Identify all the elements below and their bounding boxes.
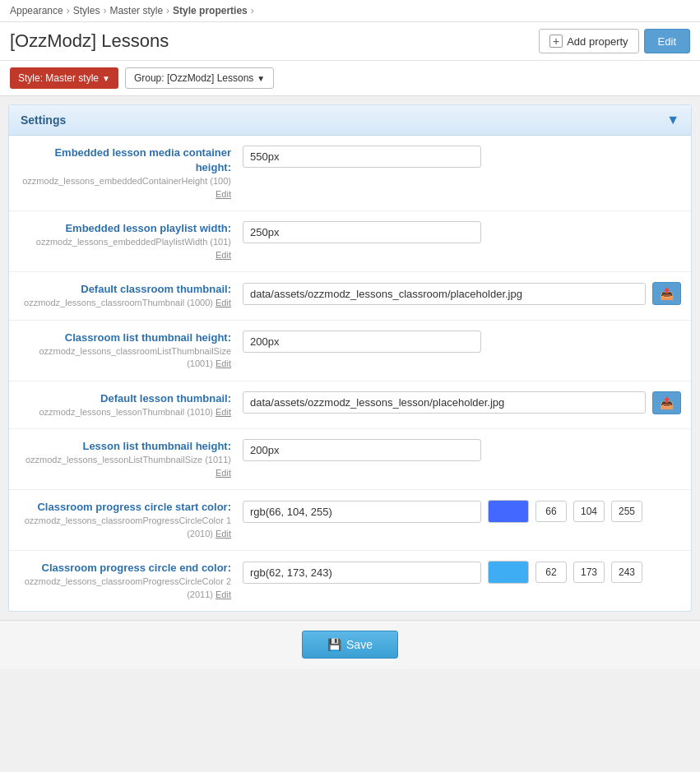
property-value-col — [243, 221, 679, 243]
add-property-button[interactable]: + Add property — [539, 29, 638, 53]
breadcrumb-appearance[interactable]: Appearance — [10, 5, 63, 16]
property-meta: ozzmodz_lessons_lessonThumbnail (1010) E… — [21, 406, 231, 418]
style-caret-icon: ▼ — [102, 74, 110, 83]
save-bar: 💾 Save — [0, 620, 700, 668]
property-file-input[interactable] — [243, 283, 646, 305]
property-label: Default lesson thumbnail: — [21, 391, 231, 406]
group-selector[interactable]: Group: [OzzModz] Lessons ▼ — [125, 67, 274, 89]
property-row: Classroom list thumbnail height:ozzmodz_… — [9, 321, 691, 381]
top-bar: Appearance › Styles › Master style › Sty… — [0, 0, 700, 22]
property-edit-link[interactable]: Edit — [216, 298, 231, 307]
property-label-col: Default classroom thumbnail:ozzmodz_less… — [21, 282, 243, 310]
settings-section: Settings ▼ Embedded lesson media contain… — [8, 104, 692, 612]
plus-icon: + — [549, 35, 563, 48]
property-label: Classroom progress circle start color: — [21, 500, 231, 515]
group-selector-label: Group: [OzzModz] Lessons — [134, 72, 253, 84]
property-row: Default lesson thumbnail:ozzmodz_lessons… — [9, 381, 691, 430]
page-title: [OzzModz] Lessons — [10, 30, 169, 52]
sep1: › — [67, 5, 70, 16]
color-blue-channel[interactable] — [611, 501, 642, 522]
property-label-col: Embedded lesson playlist width:ozzmodz_l… — [21, 221, 243, 261]
property-value-col — [243, 500, 679, 523]
property-value-col: 📤 — [243, 282, 681, 305]
property-row: Classroom progress circle end color:ozzm… — [9, 551, 691, 611]
settings-header: Settings ▼ — [9, 105, 691, 136]
save-button[interactable]: 💾 Save — [302, 631, 398, 659]
property-value-col — [243, 439, 679, 461]
property-edit-link[interactable]: Edit — [216, 468, 231, 478]
property-meta: ozzmodz_lessons_lessonListThumbnailSize … — [21, 454, 231, 479]
property-label-col: Classroom progress circle end color:ozzm… — [21, 561, 243, 601]
style-selector[interactable]: Style: Master style ▼ — [10, 67, 118, 89]
color-green-channel[interactable] — [573, 562, 605, 583]
property-text-input[interactable] — [243, 439, 481, 461]
property-text-input[interactable] — [243, 221, 481, 243]
property-meta: ozzmodz_lessons_embeddedContainerHeight … — [21, 175, 231, 201]
property-value-col: 📤 — [243, 391, 681, 414]
property-meta: ozzmodz_lessons_classroomThumbnail (1000… — [21, 297, 231, 309]
property-meta: ozzmodz_lessons_classroomListThumbnailSi… — [21, 345, 231, 371]
property-label: Classroom progress circle end color: — [21, 561, 231, 576]
property-row: Embedded lesson playlist width:ozzmodz_l… — [9, 211, 691, 272]
filter-bar: Style: Master style ▼ Group: [OzzModz] L… — [0, 61, 700, 96]
title-bar: [OzzModz] Lessons + Add property Edit — [0, 22, 700, 61]
color-red-channel[interactable] — [535, 562, 567, 583]
property-label-col: Default lesson thumbnail:ozzmodz_lessons… — [21, 391, 243, 419]
property-text-input[interactable] — [243, 331, 481, 353]
property-file-input[interactable] — [243, 391, 646, 414]
property-row: Default classroom thumbnail:ozzmodz_less… — [9, 272, 691, 321]
property-label: Classroom list thumbnail height: — [21, 331, 231, 345]
property-row: Embedded lesson media container height:o… — [9, 136, 691, 211]
breadcrumb: Appearance › Styles › Master style › Sty… — [10, 5, 254, 16]
property-label: Embedded lesson media container height: — [21, 146, 231, 175]
property-edit-link[interactable]: Edit — [216, 250, 231, 260]
style-selector-label: Style: Master style — [18, 72, 99, 84]
property-label-col: Classroom list thumbnail height:ozzmodz_… — [21, 331, 243, 371]
property-label-col: Lesson list thumbnail height:ozzmodz_les… — [21, 439, 243, 479]
property-edit-link[interactable]: Edit — [216, 189, 231, 199]
property-meta: ozzmodz_lessons_classroomProgressCircleC… — [21, 515, 231, 540]
color-preview[interactable] — [488, 500, 529, 523]
sep4: › — [251, 5, 254, 16]
color-blue-channel[interactable] — [611, 562, 642, 583]
property-label: Lesson list thumbnail height: — [21, 439, 231, 454]
property-label-col: Embedded lesson media container height:o… — [21, 146, 243, 201]
property-edit-link[interactable]: Edit — [216, 529, 231, 539]
property-value-col — [243, 561, 679, 584]
property-edit-link[interactable]: Edit — [216, 358, 231, 368]
breadcrumb-master-style[interactable]: Master style — [109, 5, 163, 16]
property-label: Embedded lesson playlist width: — [21, 221, 231, 236]
upload-button[interactable]: 📤 — [652, 282, 681, 305]
breadcrumb-styles[interactable]: Styles — [73, 5, 100, 16]
color-green-channel[interactable] — [573, 501, 605, 522]
add-property-label: Add property — [567, 35, 628, 48]
edit-button[interactable]: Edit — [644, 29, 690, 53]
color-red-channel[interactable] — [535, 501, 567, 522]
property-label: Default classroom thumbnail: — [21, 282, 231, 297]
property-color-text-input[interactable] — [243, 501, 481, 523]
property-meta: ozzmodz_lessons_embeddedPlaylistWidth (1… — [21, 236, 231, 261]
property-row: Classroom progress circle start color:oz… — [9, 490, 691, 551]
sep3: › — [166, 5, 169, 16]
property-text-input[interactable] — [243, 146, 481, 168]
settings-body: Embedded lesson media container height:o… — [9, 136, 691, 611]
property-value-col — [243, 146, 679, 168]
group-caret-icon: ▼ — [257, 74, 265, 83]
property-meta: ozzmodz_lessons_classroomProgressCircleC… — [21, 576, 231, 601]
save-icon: 💾 — [327, 638, 341, 651]
property-edit-link[interactable]: Edit — [216, 589, 231, 599]
breadcrumb-current: Style properties — [173, 5, 248, 16]
property-label-col: Classroom progress circle start color:oz… — [21, 500, 243, 540]
property-edit-link[interactable]: Edit — [216, 407, 231, 417]
title-buttons: + Add property Edit — [539, 29, 690, 53]
property-color-text-input[interactable] — [243, 562, 481, 584]
settings-chevron-icon[interactable]: ▼ — [666, 113, 679, 127]
sep2: › — [103, 5, 106, 16]
color-preview[interactable] — [488, 561, 529, 584]
upload-button[interactable]: 📤 — [652, 391, 681, 414]
property-row: Lesson list thumbnail height:ozzmodz_les… — [9, 429, 691, 490]
property-value-col — [243, 331, 679, 353]
save-label: Save — [346, 638, 373, 651]
settings-title: Settings — [21, 113, 66, 127]
